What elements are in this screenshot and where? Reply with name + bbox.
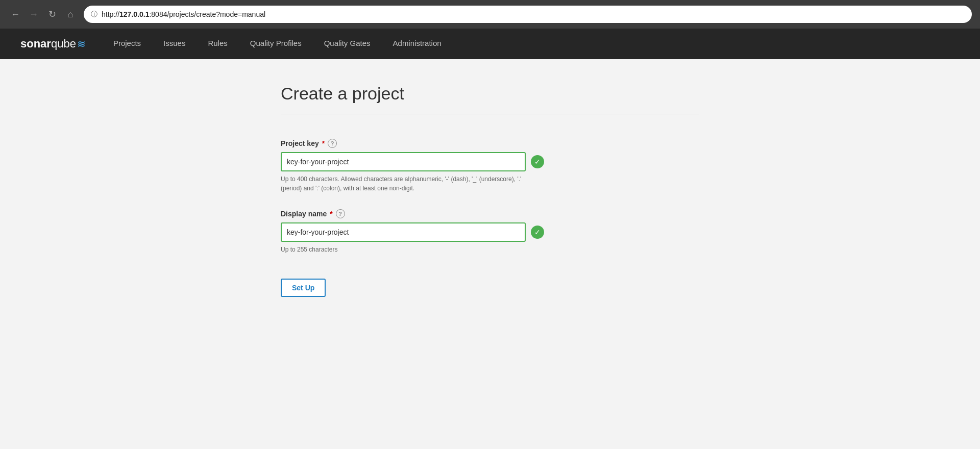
logo-wave-icon: ≋ xyxy=(77,38,86,49)
nav-item-projects[interactable]: Projects xyxy=(102,29,152,59)
url-display: http://127.0.0.1:8084/projects/create?mo… xyxy=(102,10,265,18)
home-icon: ⌂ xyxy=(68,9,74,20)
logo-text: sonarqube≋ xyxy=(20,37,86,51)
back-icon: ← xyxy=(11,9,20,20)
top-nav: sonarqube≋ Projects Issues Rules Quality… xyxy=(0,29,980,59)
browser-nav-buttons: ← → ↻ ⌂ xyxy=(8,7,78,21)
project-key-input-row: ✓ xyxy=(281,152,699,171)
nav-item-quality-profiles[interactable]: Quality Profiles xyxy=(239,29,313,59)
nav-items: Projects Issues Rules Quality Profiles Q… xyxy=(102,29,453,59)
project-key-help-icon[interactable]: ? xyxy=(328,139,337,148)
main-content: Create a project Project key * ? ✓ Up to… xyxy=(260,59,720,321)
project-key-group: Project key * ? ✓ Up to 400 characters. … xyxy=(281,139,699,193)
display-name-input-row: ✓ xyxy=(281,222,699,242)
display-name-hint: Up to 255 characters xyxy=(281,245,536,254)
forward-button[interactable]: → xyxy=(27,7,41,21)
nav-item-issues[interactable]: Issues xyxy=(152,29,197,59)
reload-icon: ↻ xyxy=(48,9,56,20)
required-star: * xyxy=(322,139,325,147)
forward-icon: → xyxy=(29,9,38,20)
project-key-hint: Up to 400 characters. Allowed characters… xyxy=(281,174,536,193)
divider xyxy=(281,114,699,114)
address-bar[interactable]: ⓘ http://127.0.0.1:8084/projects/create?… xyxy=(84,6,972,23)
back-button[interactable]: ← xyxy=(8,7,22,21)
display-name-input[interactable] xyxy=(281,222,526,242)
browser-chrome: ← → ↻ ⌂ ⓘ http://127.0.0.1:8084/projects… xyxy=(0,0,980,29)
info-icon: ⓘ xyxy=(91,10,97,19)
home-button[interactable]: ⌂ xyxy=(63,7,78,21)
display-name-help-icon[interactable]: ? xyxy=(336,209,345,218)
display-name-label: Display name * ? xyxy=(281,209,699,218)
project-key-input[interactable] xyxy=(281,152,526,171)
display-name-required-star: * xyxy=(330,210,332,218)
nav-item-rules[interactable]: Rules xyxy=(197,29,238,59)
display-name-group: Display name * ? ✓ Up to 255 characters xyxy=(281,209,699,254)
logo[interactable]: sonarqube≋ xyxy=(20,37,86,51)
reload-button[interactable]: ↻ xyxy=(45,7,59,21)
nav-item-administration[interactable]: Administration xyxy=(382,29,453,59)
project-key-label: Project key * ? xyxy=(281,139,699,148)
nav-item-quality-gates[interactable]: Quality Gates xyxy=(313,29,382,59)
display-name-valid-icon: ✓ xyxy=(531,226,544,239)
setup-button[interactable]: Set Up xyxy=(281,279,326,297)
project-key-valid-icon: ✓ xyxy=(531,155,544,168)
page-title: Create a project xyxy=(281,84,699,104)
